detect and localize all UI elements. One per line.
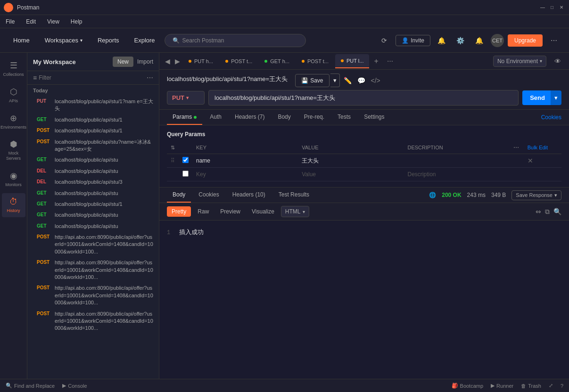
edit-icon[interactable]: ✏️	[342, 75, 354, 86]
nav-home[interactable]: Home	[8, 34, 35, 47]
import-button[interactable]: Import	[137, 58, 153, 65]
send-dropdown-button[interactable]: ▾	[551, 90, 561, 105]
send-button[interactable]: Send	[522, 90, 553, 105]
nav-explore[interactable]: Explore	[129, 34, 161, 47]
list-item[interactable]: DELlocalhost/blog/public/api/stu/3	[27, 177, 159, 188]
param-checkbox-1[interactable]	[182, 157, 189, 163]
menu-view[interactable]: View	[45, 17, 61, 26]
list-item[interactable]: GETlocalhost/blog/public/api/stu	[27, 221, 159, 232]
list-item[interactable]: POSTlocalhost/blog/public/api/stu?name=冰…	[27, 137, 159, 155]
close-button[interactable]: ✕	[558, 4, 565, 11]
invite-button[interactable]: 👤 Invite	[396, 35, 430, 46]
resp-tab-test-results[interactable]: Test Results	[273, 188, 315, 203]
expand-item[interactable]: ⤢	[549, 383, 553, 389]
upgrade-button[interactable]: Upgrade	[508, 34, 543, 47]
search-bar[interactable]: 🔍 Search Postman	[165, 34, 306, 47]
format-type-selector[interactable]: HTML ▾	[281, 206, 309, 217]
env-eye-icon[interactable]: 👁	[550, 54, 565, 69]
save-button[interactable]: 💾 Save	[295, 74, 329, 87]
param-key-input-new[interactable]	[196, 171, 294, 178]
sidebar-item-history[interactable]: ⏱ History	[2, 193, 25, 217]
runner-item[interactable]: ▶ Runner	[491, 383, 513, 389]
menu-help[interactable]: Help	[69, 17, 84, 26]
notifications-icon[interactable]: 🔔	[434, 33, 449, 48]
param-checkbox-new[interactable]	[182, 171, 189, 177]
filter-input[interactable]	[39, 74, 145, 81]
list-item[interactable]: POSThttp://api.abo.com:8090/public/api/o…	[27, 309, 159, 334]
tab-more-button[interactable]: ⋯	[383, 56, 397, 66]
word-wrap-icon[interactable]: ⇔	[536, 208, 541, 216]
menu-file[interactable]: File	[4, 17, 16, 26]
settings-icon[interactable]: ⚙️	[453, 33, 468, 48]
list-item[interactable]: GETlocalhost/blog/public/api/stu	[27, 210, 159, 220]
param-value-input-1[interactable]	[302, 157, 400, 164]
sidebar-item-monitors[interactable]: ◉ Monitors	[2, 167, 25, 191]
tab-back-button[interactable]: ◀	[163, 56, 172, 67]
list-item[interactable]: GETlocalhost/blog/public/api/stu/1	[27, 199, 159, 210]
url-input[interactable]	[208, 90, 519, 106]
tab-pre-req[interactable]: Pre-req.	[298, 110, 330, 125]
more-options-icon[interactable]: ⋯	[147, 74, 153, 82]
format-preview[interactable]: Preview	[215, 206, 245, 217]
tab-headers[interactable]: Headers (7)	[229, 110, 270, 125]
list-item[interactable]: PUTlocalhost/blog/public/api/stu/1?nam e…	[27, 96, 159, 114]
param-key-input-1[interactable]	[196, 157, 294, 164]
resp-tab-body[interactable]: Body	[167, 188, 191, 203]
format-visualize[interactable]: Visualize	[247, 206, 279, 217]
tab-tests[interactable]: Tests	[332, 110, 356, 125]
list-item[interactable]: GETlocalhost/blog/public/api/stu	[27, 155, 159, 165]
method-selector[interactable]: PUT ▾	[167, 91, 205, 105]
bulk-edit-button[interactable]: Bulk Edit	[528, 145, 548, 150]
cookies-link[interactable]: Cookies	[541, 114, 561, 121]
list-item[interactable]: POSThttp://api.abo.com:8090/public/api/o…	[27, 283, 159, 308]
tab-settings[interactable]: Settings	[358, 110, 390, 125]
tab-body[interactable]: Body	[272, 110, 296, 125]
resp-tab-headers[interactable]: Headers (10)	[227, 188, 271, 203]
list-item[interactable]: POSThttp://api.abo.com:8090/public/api/o…	[27, 232, 159, 257]
minimize-button[interactable]: —	[539, 4, 546, 11]
tab-put-l[interactable]: PUT l...	[335, 54, 369, 68]
console-item[interactable]: ▶ Console	[62, 383, 87, 389]
format-pretty[interactable]: Pretty	[167, 206, 191, 217]
param-value-input-new[interactable]	[302, 171, 400, 178]
list-item[interactable]: GETlocalhost/blog/public/api/stu	[27, 188, 159, 199]
sidebar-item-collections[interactable]: ☰ Collections	[2, 57, 25, 81]
copy-icon[interactable]: ⧉	[545, 208, 550, 216]
list-item[interactable]: DELlocalhost/blog/public/api/stu	[27, 166, 159, 177]
sidebar-item-apis[interactable]: ⬡ APIs	[2, 83, 25, 107]
sidebar-item-environments[interactable]: ⊕ Environments	[2, 109, 25, 134]
avatar[interactable]: CET	[491, 34, 504, 47]
nav-reports[interactable]: Reports	[92, 34, 125, 47]
param-desc-input-new[interactable]	[407, 171, 505, 178]
tab-forward-button[interactable]: ▶	[173, 56, 182, 67]
save-response-button[interactable]: Save Response ▾	[511, 190, 561, 200]
help-item[interactable]: ?	[561, 383, 563, 389]
param-delete-1[interactable]: ✕	[524, 154, 561, 168]
format-raw[interactable]: Raw	[193, 206, 214, 217]
comment-icon[interactable]: 💬	[355, 75, 367, 86]
list-item[interactable]: POSThttp://api.abo.com:8090/public/api/o…	[27, 257, 159, 283]
search-response-icon[interactable]: 🔍	[553, 208, 561, 216]
param-delete-button-1[interactable]: ✕	[528, 157, 533, 164]
tab-get-h[interactable]: GET h...	[259, 54, 295, 68]
code-icon[interactable]: </>	[369, 75, 382, 86]
trash-item[interactable]: 🗑 Trash	[521, 383, 541, 389]
param-check-1[interactable]	[179, 154, 192, 168]
tab-post-t[interactable]: POST t...	[220, 54, 258, 68]
find-replace-item[interactable]: 🔍 Find and Replace	[6, 383, 55, 389]
list-item[interactable]: GETlocalhost/blog/public/api/stu/1	[27, 114, 159, 125]
resp-tab-cookies[interactable]: Cookies	[193, 188, 224, 203]
bootcamp-item[interactable]: 🎒 Bootcamp	[452, 383, 484, 389]
nav-workspaces[interactable]: Workspaces ▾	[39, 34, 88, 47]
new-button[interactable]: New	[113, 57, 133, 67]
sort-icon[interactable]: ⇅	[171, 145, 175, 150]
tab-add-button[interactable]: +	[370, 55, 382, 67]
tab-auth[interactable]: Auth	[204, 110, 227, 125]
tab-post-t2[interactable]: POST t...	[296, 54, 334, 68]
sync-icon[interactable]: ⟳	[377, 33, 392, 48]
environment-selector[interactable]: No Environment ▾	[493, 56, 546, 67]
tab-put-h[interactable]: PUT h...	[183, 54, 219, 68]
maximize-button[interactable]: □	[548, 4, 556, 11]
bell-icon[interactable]: 🔔	[472, 33, 487, 48]
tab-params[interactable]: Params	[167, 110, 202, 125]
